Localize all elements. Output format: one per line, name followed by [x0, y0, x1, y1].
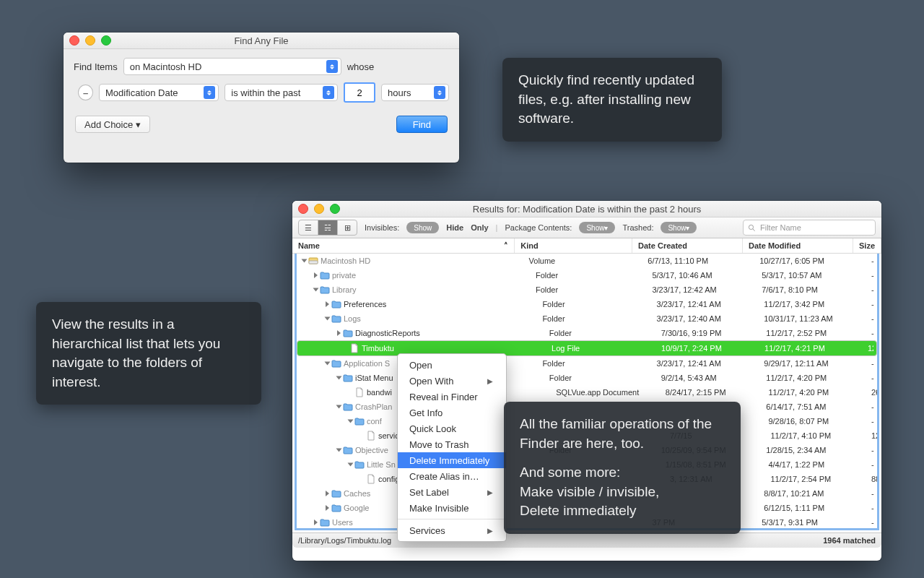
cell: - [866, 402, 877, 411]
find-button[interactable]: Find [396, 116, 448, 133]
chevron-right-icon: ▶ [487, 488, 493, 496]
context-menu[interactable]: OpenOpen With▶Reveal in FinderGet InfoQu… [397, 353, 507, 542]
operator-select[interactable]: is within the past [225, 84, 338, 101]
disclosure-triangle-icon[interactable] [336, 376, 342, 380]
callout-text: View the results in a hierarchical list … [36, 302, 261, 405]
disclosure-triangle-icon[interactable] [302, 259, 308, 263]
view-mode-segment[interactable]: ☰ ☵ ⊞ [298, 220, 357, 236]
list-view-icon[interactable]: ☰ [299, 220, 318, 235]
menu-separator [398, 519, 506, 519]
disclosure-triangle-icon[interactable] [336, 405, 342, 409]
menu-item-label: Get Info [409, 407, 443, 418]
titlebar[interactable]: Results for: Modification Date is within… [292, 201, 881, 217]
invisibles-hide-button[interactable]: Hide [446, 223, 463, 232]
cell: - [866, 329, 877, 337]
col-kind[interactable]: Kind [515, 238, 632, 253]
cell: 11/2/17, 2:52 PM [760, 329, 866, 337]
table-row[interactable]: Macintosh HDVolume6/7/13, 11:10 PM10/27/… [297, 254, 877, 268]
search-placeholder: Filter Name [760, 223, 801, 232]
cell: 5/3/17, 10:57 AM [756, 271, 866, 280]
invisibles-only-button[interactable]: Only [471, 223, 488, 232]
col-name[interactable]: Name˄ [292, 238, 515, 253]
table-row[interactable]: PreferencesFolder3/23/17, 12:41 AM11/2/1… [297, 297, 877, 311]
tree-view-icon[interactable]: ☵ [318, 220, 338, 235]
chevron-right-icon: ▶ [487, 527, 493, 535]
cell: 8/8/17, 10:21 AM [758, 489, 866, 498]
menu-item[interactable]: Open [398, 357, 506, 373]
titlebar[interactable]: Find Any File [64, 33, 459, 49]
unit-select[interactable]: hours [381, 84, 449, 101]
disclosure-triangle-icon[interactable] [314, 519, 318, 525]
disclosure-triangle-icon[interactable] [325, 317, 331, 321]
menu-item[interactable]: Delete Immediately [398, 452, 506, 468]
disclosure-triangle-icon[interactable] [314, 272, 318, 278]
value-input[interactable] [344, 82, 375, 103]
unit-value: hours [388, 87, 411, 98]
disclosure-triangle-icon[interactable] [313, 288, 319, 292]
table-row[interactable]: DiagnosticReportsFolder7/30/16, 9:19 PM1… [297, 326, 877, 340]
col-size[interactable]: Size [853, 238, 881, 253]
col-modified[interactable]: Date Modified [743, 238, 853, 253]
callout-text: All the familiar operations of the Finde… [504, 402, 741, 534]
disclosure-triangle-icon[interactable] [337, 330, 341, 336]
svg-rect-3 [309, 261, 318, 264]
trashed-show-button[interactable]: Show ▾ [661, 222, 697, 233]
cell: - [866, 460, 877, 469]
menu-item[interactable]: Reveal in Finder [398, 389, 506, 405]
remove-criterion-button[interactable]: – [78, 85, 93, 100]
menu-item[interactable]: Get Info [398, 405, 506, 420]
folder-icon [331, 488, 341, 499]
folder-icon [354, 416, 365, 426]
menu-item[interactable]: Make Invisible [398, 500, 506, 516]
cell: 4/4/17, 1:22 PM [762, 460, 866, 469]
add-choice-button[interactable]: Add Choice ▾ [75, 116, 150, 133]
disclosure-triangle-icon[interactable] [326, 301, 329, 307]
cell: 7/6/17, 8:10 PM [756, 285, 866, 294]
location-select[interactable]: on Macintosh HD [123, 58, 341, 75]
menu-item[interactable]: Services▶ [398, 522, 506, 538]
disclosure-triangle-icon[interactable] [326, 491, 329, 496]
menu-item[interactable]: Quick Look [398, 420, 506, 436]
row-name: CrashPlan [355, 402, 392, 411]
menu-item-label: Create Alias in… [409, 471, 479, 482]
doc-icon [354, 387, 365, 397]
disclosure-triangle-icon[interactable] [348, 463, 354, 467]
disclosure-triangle-icon[interactable] [326, 505, 329, 511]
table-row[interactable]: LibraryFolder3/23/17, 12:42 AM7/6/17, 8:… [297, 282, 877, 297]
attribute-select[interactable]: Modification Date [99, 84, 219, 101]
chevron-updown-icon [323, 86, 334, 99]
table-row[interactable]: Application SFolder3/23/17, 12:41 AM9/29… [297, 356, 877, 371]
folder-icon [343, 328, 353, 338]
menu-item[interactable]: Set Label▶ [398, 484, 506, 500]
cell: 5/3/17, 9:31 PM [756, 518, 866, 527]
disclosure-triangle-icon[interactable] [336, 449, 342, 452]
cell: - [866, 417, 877, 426]
row-name: servic [378, 431, 399, 440]
grid-view-icon[interactable]: ⊞ [338, 220, 357, 235]
matched-count: 1964 matched [823, 536, 876, 545]
menu-item[interactable]: Move to Trash [398, 436, 506, 452]
invisibles-show-button[interactable]: Show [406, 222, 439, 233]
package-show-button[interactable]: Show ▾ [579, 222, 615, 233]
folder-icon [320, 285, 330, 295]
disclosure-triangle-icon[interactable] [325, 362, 331, 366]
cell: 11/2/17, 4:20 PM [760, 374, 866, 382]
table-row[interactable]: TimbuktuLog File10/9/17, 2:24 PM11/2/17,… [297, 340, 877, 356]
menu-item-label: Move to Trash [409, 439, 468, 450]
table-row[interactable]: iStat MenuFolder9/2/14, 5:43 AM11/2/17, … [297, 371, 877, 385]
cell: Folder [544, 329, 655, 337]
cell: 3/23/17, 12:41 AM [651, 300, 759, 309]
filter-name-input[interactable]: Filter Name [743, 220, 876, 236]
status-path: /Library/Logs/Timbuktu.log [298, 536, 391, 545]
disclosure-triangle-icon[interactable] [348, 420, 354, 423]
drive-icon [308, 256, 318, 266]
table-row[interactable]: privateFolder5/3/17, 10:46 AM5/3/17, 10:… [297, 268, 877, 282]
cell: Log File [546, 344, 655, 353]
doc-icon [366, 431, 376, 441]
col-created[interactable]: Date Created [632, 238, 743, 253]
menu-item[interactable]: Create Alias in… [398, 468, 506, 484]
table-row[interactable]: bandwiSQLVue.app Document8/24/17, 2:15 P… [297, 385, 877, 400]
table-row[interactable]: LogsFolder3/23/17, 12:40 AM10/31/17, 11:… [297, 311, 877, 326]
folder-icon [331, 358, 341, 368]
menu-item[interactable]: Open With▶ [398, 373, 506, 389]
